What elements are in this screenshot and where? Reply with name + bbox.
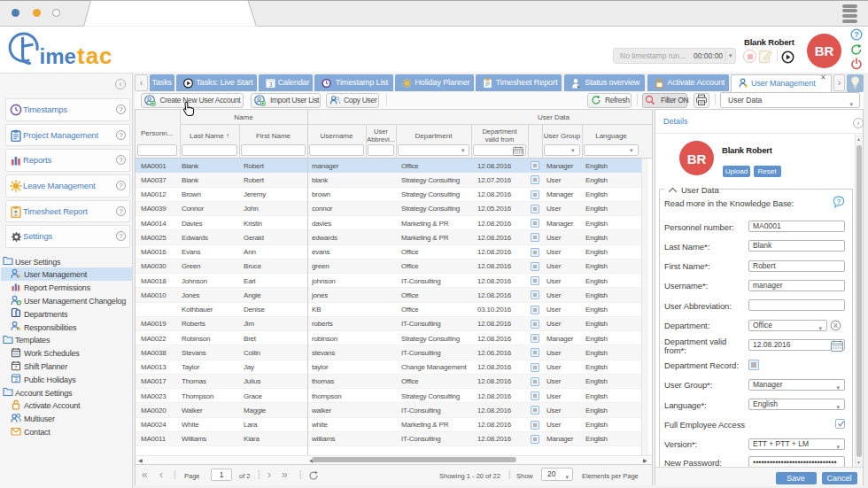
svg-text:?: ?: [854, 30, 859, 39]
svg-text:tac: tac: [77, 43, 113, 69]
svg-text:ime: ime: [40, 44, 76, 68]
svg-text:?: ?: [837, 198, 841, 205]
svg-text:3: 3: [269, 81, 273, 88]
